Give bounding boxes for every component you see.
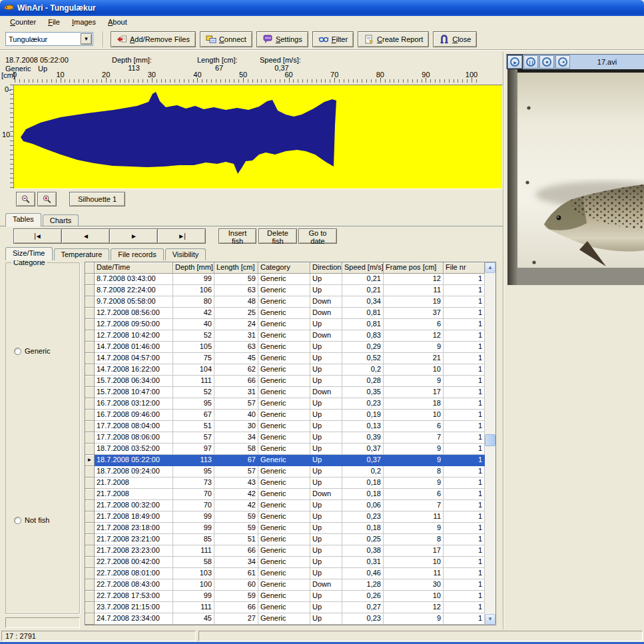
row-selector[interactable] xyxy=(85,591,95,602)
radio-generic[interactable]: Generic xyxy=(14,347,51,355)
table-cell[interactable]: 0,81 xyxy=(342,319,384,330)
table-cell[interactable]: 1 xyxy=(444,489,485,500)
table-cell[interactable]: 0,83 xyxy=(342,330,384,342)
table-row[interactable]: ►18.7.2008 05:22:0011367GenericUp0,3791 xyxy=(85,455,485,466)
table-cell[interactable]: 0,28 xyxy=(342,376,384,387)
table-cell[interactable]: 0,26 xyxy=(342,591,384,602)
table-cell[interactable]: 0,23 xyxy=(342,398,384,410)
table-row[interactable]: 14.7.2008 01:46:0010563GenericUp0,2991 xyxy=(85,342,485,353)
table-cell[interactable]: 0,23 xyxy=(342,613,384,625)
table-cell[interactable]: Generic xyxy=(258,511,310,523)
table-cell[interactable]: 59 xyxy=(214,274,258,285)
table-cell[interactable]: 17 xyxy=(384,545,444,557)
table-cell[interactable]: 1 xyxy=(444,330,485,342)
table-cell[interactable]: Up xyxy=(310,534,342,545)
table-cell[interactable]: 10 xyxy=(384,410,444,421)
table-cell[interactable]: 0,23 xyxy=(342,511,384,523)
table-cell[interactable]: Generic xyxy=(258,579,310,591)
row-selector[interactable] xyxy=(85,421,95,432)
table-cell[interactable]: 12 xyxy=(384,274,444,285)
table-cell[interactable]: Down xyxy=(310,330,342,342)
row-selector[interactable] xyxy=(85,364,95,376)
table-cell[interactable]: 9 xyxy=(384,444,444,455)
row-selector[interactable] xyxy=(85,296,95,308)
table-cell[interactable]: Generic xyxy=(258,478,310,489)
table-cell[interactable]: 31 xyxy=(214,387,258,398)
table-cell[interactable]: 1 xyxy=(444,421,485,432)
table-cell[interactable]: 14.7.2008 04:57:00 xyxy=(95,353,173,364)
table-cell[interactable]: Up xyxy=(310,591,342,602)
table-cell[interactable]: 22.7.2008 00:42:00 xyxy=(95,557,173,568)
table-cell[interactable]: 12 xyxy=(384,330,444,342)
table-row[interactable]: 21.7.2008 23:21:008551GenericUp0,2581 xyxy=(85,534,485,545)
table-cell[interactable]: Generic xyxy=(258,342,310,353)
table-cell[interactable]: 12 xyxy=(384,602,444,613)
table-cell[interactable]: 12.7.2008 08:56:00 xyxy=(95,308,173,319)
row-selector[interactable] xyxy=(85,534,95,545)
row-selector[interactable] xyxy=(85,557,95,568)
column-header-category[interactable]: Category xyxy=(258,262,310,274)
row-selector[interactable] xyxy=(85,353,95,364)
table-cell[interactable]: 0,2 xyxy=(342,466,384,478)
table-cell[interactable]: 0,25 xyxy=(342,534,384,545)
table-cell[interactable]: 0,31 xyxy=(342,557,384,568)
row-selector[interactable] xyxy=(85,342,95,353)
table-cell[interactable]: 0,18 xyxy=(342,489,384,500)
table-cell[interactable]: Generic xyxy=(258,557,310,568)
table-cell[interactable]: 0,13 xyxy=(342,421,384,432)
table-cell[interactable]: 103 xyxy=(173,568,214,579)
subtab-visibility[interactable]: Visibility xyxy=(165,248,206,260)
table-cell[interactable]: Generic xyxy=(258,296,310,308)
table-cell[interactable]: 42 xyxy=(173,308,214,319)
table-cell[interactable]: 51 xyxy=(214,534,258,545)
table-cell[interactable]: Generic xyxy=(258,500,310,511)
table-cell[interactable]: 7 xyxy=(384,500,444,511)
table-cell[interactable]: 1 xyxy=(444,398,485,410)
table-cell[interactable]: 95 xyxy=(173,466,214,478)
table-cell[interactable]: 21.7.2008 00:32:00 xyxy=(95,500,173,511)
create-report-button[interactable]: Create Report xyxy=(358,31,429,47)
video-stop-button[interactable]: ■ xyxy=(539,55,554,69)
table-cell[interactable]: Generic xyxy=(258,376,310,387)
connect-button[interactable]: Connect xyxy=(200,31,252,47)
row-selector[interactable] xyxy=(85,398,95,410)
subtab-file-records[interactable]: File records xyxy=(111,248,163,260)
nav-next-button[interactable]: ► xyxy=(109,228,158,244)
row-selector[interactable] xyxy=(85,478,95,489)
scrollbar-thumb[interactable] xyxy=(485,434,495,446)
table-row[interactable]: 22.7.2008 08:01:0010361GenericUp0,46111 xyxy=(85,568,485,579)
table-cell[interactable]: 106 xyxy=(173,285,214,296)
table-cell[interactable]: 1 xyxy=(444,591,485,602)
table-cell[interactable]: 67 xyxy=(214,455,258,466)
table-cell[interactable]: 1 xyxy=(444,285,485,296)
table-cell[interactable]: Up xyxy=(310,364,342,376)
table-cell[interactable]: 1 xyxy=(444,500,485,511)
column-header-date-time[interactable]: Date/Time xyxy=(95,262,173,274)
table-cell[interactable]: Generic xyxy=(258,398,310,410)
table-cell[interactable]: 16.7.2008 09:46:00 xyxy=(95,410,173,421)
table-row[interactable]: 8.7.2008 03:43:009959GenericUp0,21121 xyxy=(85,274,485,285)
zoom-out-button[interactable] xyxy=(16,192,35,206)
table-cell[interactable]: 0,27 xyxy=(342,602,384,613)
scroll-up-icon[interactable]: ▲ xyxy=(485,262,495,273)
table-cell[interactable]: 60 xyxy=(214,579,258,591)
tab-tables[interactable]: Tables xyxy=(5,213,41,226)
table-cell[interactable]: Up xyxy=(310,568,342,579)
table-cell[interactable]: 30 xyxy=(214,421,258,432)
table-cell[interactable]: 40 xyxy=(214,410,258,421)
table-cell[interactable]: 67 xyxy=(173,410,214,421)
row-selector[interactable] xyxy=(85,444,95,455)
table-cell[interactable]: 21.7.2008 23:23:00 xyxy=(95,545,173,557)
table-cell[interactable]: Generic xyxy=(258,308,310,319)
row-selector[interactable] xyxy=(85,511,95,523)
table-cell[interactable]: 21.7.2008 xyxy=(95,478,173,489)
table-row[interactable]: 15.7.2008 10:47:005231GenericDown0,35171 xyxy=(85,387,485,398)
video-pause-button[interactable]: ❙❙ xyxy=(523,55,538,69)
table-cell[interactable]: Generic xyxy=(258,285,310,296)
table-cell[interactable]: 73 xyxy=(173,478,214,489)
table-cell[interactable]: 0,18 xyxy=(342,523,384,534)
table-cell[interactable]: 1 xyxy=(444,534,485,545)
insert-fish-button[interactable]: Insert fish xyxy=(218,228,256,244)
table-cell[interactable]: 8 xyxy=(384,466,444,478)
table-cell[interactable]: 21.7.2008 23:18:00 xyxy=(95,523,173,534)
